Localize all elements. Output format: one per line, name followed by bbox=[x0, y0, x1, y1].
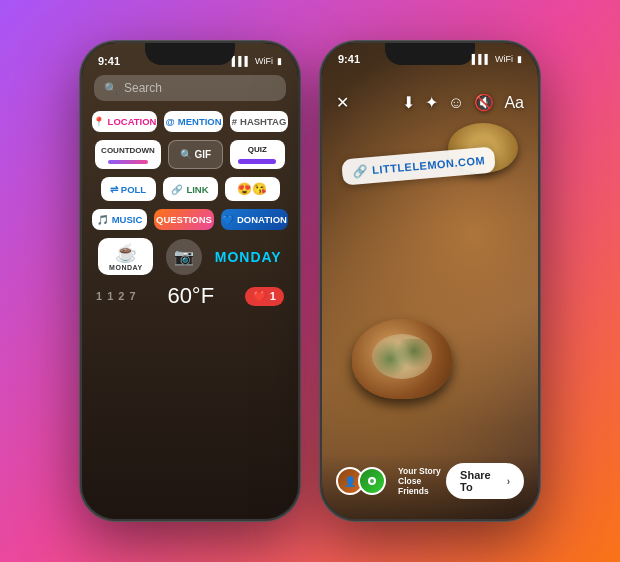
status-icons-right: ▌▌▌ WiFi ▮ bbox=[472, 54, 522, 64]
status-icons-left: ▌▌▌ WiFi ▮ bbox=[232, 56, 282, 66]
download-icon[interactable]: ⬇ bbox=[402, 93, 415, 112]
top-bar-right: ✕ ⬇ ✦ ☺ 🔇 Aa bbox=[322, 65, 538, 120]
phone-left-screen: 9:41 ▌▌▌ WiFi ▮ 🔍 Search 📍 LOCATION bbox=[82, 43, 298, 519]
sticker-row-4: 🎵 MUSIC QUESTIONS 💙 DONATION bbox=[92, 209, 288, 230]
location-sticker[interactable]: 📍 LOCATION bbox=[92, 111, 157, 132]
share-arrow-icon: › bbox=[507, 476, 510, 487]
phone-right-screen: 9:41 ▌▌▌ WiFi ▮ ✕ ⬇ ✦ ☺ 🔇 Aa 🔗 bbox=[322, 43, 538, 519]
temp-prefix: 1 1 2 7 bbox=[96, 290, 137, 302]
temperature-display: 60°F bbox=[167, 283, 214, 309]
avatar-group: 👤 bbox=[336, 467, 386, 495]
top-right-icons: ⬇ ✦ ☺ 🔇 Aa bbox=[402, 93, 524, 112]
quiz-label: QUIZ bbox=[248, 145, 267, 154]
wifi-icon-right: WiFi bbox=[495, 54, 513, 64]
countdown-sticker[interactable]: COUNTDOWN bbox=[95, 140, 161, 169]
heart-badge[interactable]: ❤️ 1 bbox=[245, 287, 284, 306]
heart-icon: ❤️ bbox=[253, 290, 267, 303]
phones-container: 9:41 ▌▌▌ WiFi ▮ 🔍 Search 📍 LOCATION bbox=[80, 41, 540, 521]
signal-icon-right: ▌▌▌ bbox=[472, 54, 491, 64]
battery-icon: ▮ bbox=[277, 56, 282, 66]
heart-count: 1 bbox=[270, 290, 276, 302]
text-icon[interactable]: Aa bbox=[504, 94, 524, 112]
sticker-grid: 📍 LOCATION @ MENTION # HASHTAG COUNTDOWN bbox=[82, 111, 298, 230]
search-small-icon: 🔍 bbox=[180, 149, 192, 160]
battery-icon-right: ▮ bbox=[517, 54, 522, 64]
gif-sticker[interactable]: 🔍 GIF bbox=[168, 140, 223, 169]
camera-button[interactable]: 📷 bbox=[166, 239, 202, 275]
wifi-icon: WiFi bbox=[255, 56, 273, 66]
music-icon: 🎵 bbox=[97, 214, 109, 225]
monday-sticker[interactable]: ☕ MONDAY bbox=[98, 238, 153, 275]
location-icon: 📍 bbox=[93, 116, 105, 127]
phone-left: 9:41 ▌▌▌ WiFi ▮ 🔍 Search 📍 LOCATION bbox=[80, 41, 300, 521]
sticker-row-1: 📍 LOCATION @ MENTION # HASHTAG bbox=[92, 111, 288, 132]
avatar-close-friends bbox=[358, 467, 386, 495]
mention-sticker[interactable]: @ MENTION bbox=[164, 111, 223, 132]
poll-icon: ⇌ bbox=[110, 184, 118, 195]
hashtag-icon: # bbox=[232, 116, 237, 127]
status-bar-right: 9:41 ▌▌▌ WiFi ▮ bbox=[322, 43, 538, 65]
sticker-row-3: ⇌ POLL 🔗 LINK 😍😘 bbox=[92, 177, 288, 201]
share-button-label: Share To bbox=[460, 469, 503, 493]
face-icon[interactable]: ☺ bbox=[448, 94, 464, 112]
day-sticker[interactable]: MONDAY bbox=[215, 249, 282, 265]
close-friends-label: Close Friends bbox=[398, 476, 446, 496]
share-avatars: 👤 Your Story Close Friends bbox=[336, 466, 446, 496]
bottom-stickers-row: ☕ MONDAY 📷 MONDAY bbox=[82, 238, 298, 275]
search-icon: 🔍 bbox=[104, 82, 118, 95]
quiz-sticker[interactable]: QUIZ bbox=[230, 140, 285, 169]
mention-icon: @ bbox=[166, 116, 175, 127]
herb-decoration bbox=[372, 339, 432, 379]
status-time-right: 9:41 bbox=[338, 53, 360, 65]
countdown-label: COUNTDOWN bbox=[101, 146, 155, 155]
close-icon[interactable]: ✕ bbox=[336, 93, 349, 112]
monday-label: MONDAY bbox=[109, 264, 142, 271]
questions-sticker[interactable]: QUESTIONS bbox=[154, 209, 214, 230]
music-sticker[interactable]: 🎵 MUSIC bbox=[92, 209, 147, 230]
donation-icon: 💙 bbox=[222, 214, 234, 225]
your-story-label: Your Story bbox=[398, 466, 446, 476]
status-bar-left: 9:41 ▌▌▌ WiFi ▮ bbox=[82, 43, 298, 71]
bottom-bar-left: 1 1 2 7 60°F ❤️ 1 bbox=[82, 275, 298, 317]
share-bar: 👤 Your Story Close Friends Share To › bbox=[322, 453, 538, 519]
status-time-left: 9:41 bbox=[98, 55, 120, 67]
link-sticker-btn[interactable]: 🔗 LINK bbox=[163, 177, 218, 201]
countdown-bar bbox=[108, 160, 148, 164]
emoji-sticker[interactable]: 😍😘 bbox=[225, 177, 280, 201]
quiz-bar bbox=[238, 159, 276, 164]
phone-right: 9:41 ▌▌▌ WiFi ▮ ✕ ⬇ ✦ ☺ 🔇 Aa 🔗 bbox=[320, 41, 540, 521]
online-indicator bbox=[368, 477, 376, 485]
link-icon-small: 🔗 bbox=[171, 184, 183, 195]
search-placeholder-text: Search bbox=[124, 81, 162, 95]
mug-icon: ☕ bbox=[115, 242, 137, 264]
sticker-row-2: COUNTDOWN 🔍 GIF QUIZ bbox=[92, 140, 288, 169]
share-labels: Your Story Close Friends bbox=[398, 466, 446, 496]
search-bar[interactable]: 🔍 Search bbox=[94, 75, 286, 101]
camera-icon: 📷 bbox=[174, 247, 194, 266]
poll-sticker[interactable]: ⇌ POLL bbox=[101, 177, 156, 201]
link-url-text: LITTLELEMON.COM bbox=[372, 154, 486, 176]
sticker-icon[interactable]: 🔇 bbox=[474, 93, 494, 112]
hashtag-sticker[interactable]: # HASHTAG bbox=[230, 111, 288, 132]
sparkle-icon[interactable]: ✦ bbox=[425, 93, 438, 112]
share-to-button[interactable]: Share To › bbox=[446, 463, 524, 499]
donation-sticker[interactable]: 💙 DONATION bbox=[221, 209, 288, 230]
link-chain-icon: 🔗 bbox=[352, 164, 368, 179]
signal-icon: ▌▌▌ bbox=[232, 56, 251, 66]
